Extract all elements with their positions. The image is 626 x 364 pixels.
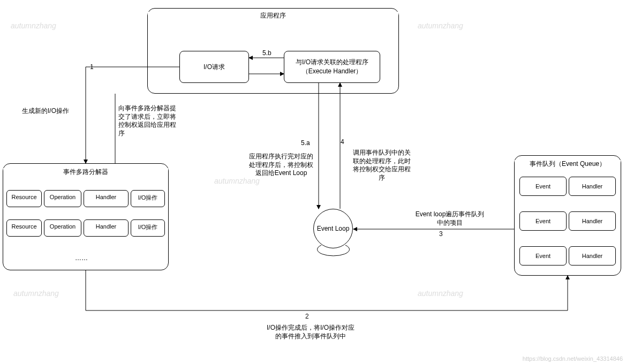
demux-cell: Resource [6,190,42,207]
queue-cell: Event [519,246,567,266]
demux-cell: I/O操作 [131,219,165,237]
queue-cell: Handler [569,246,616,266]
queue-cell: Handler [569,211,616,231]
edge5a-text: 应用程序执行完对应的处理程序后，将控制权返回给Event Loop [249,153,313,178]
watermark: autumnzhang [214,177,260,185]
edge3-text: Event loop遍历事件队列中的项目 [412,210,487,227]
demux-ellipsis: …… [75,254,88,263]
event-queue-title: 事件队列（Event Queue） [515,160,621,169]
edge2-num: 2 [305,313,309,321]
queue-cell: Event [519,211,567,231]
edge1-num: 1 [90,63,94,72]
event-loop-label: Event Loop [317,225,350,232]
edge2-text: I/O操作完成后，将I/O操作对应的事件推入到事件队列中 [265,324,356,340]
event-loop-circle: Event Loop [313,209,353,248]
edge5a-num: 5.a [301,139,310,148]
edge3-num: 3 [439,230,443,239]
execute-handler-label: 与I/O请求关联的处理程序（Execute Handler） [288,58,376,76]
queue-cell: Handler [569,177,616,196]
demux-cell: Resource [6,219,42,237]
edge-submit-text: 向事件多路分解器提交了请求后，立即将控制权返回给应用程序 [118,104,177,138]
queue-cell: Event [519,177,567,196]
demux-cell: Handler [84,219,129,237]
watermark: autumnzhang [13,289,59,298]
watermark: autumnzhang [418,21,463,30]
edge1-text: 生成新的I/O操作 [16,107,75,116]
io-request-box: I/O请求 [179,51,249,83]
application-title: 应用程序 [148,12,398,20]
watermark: autumnzhang [11,21,56,30]
demux-cell: Handler [84,190,129,207]
edge4-text: 调用事件队列中的关联的处理程序，此时将控制权交给应用程序 [351,149,412,182]
demux-title: 事件多路分解器 [3,168,168,177]
footer-url: https://blog.csdn.net/weixin_43314846 [523,355,623,362]
edge4-num: 4 [341,138,344,147]
execute-handler-box: 与I/O请求关联的处理程序（Execute Handler） [284,51,380,83]
demux-cell: Operation [44,190,81,207]
edge5b-num: 5.b [262,49,271,58]
io-request-label: I/O请求 [203,63,225,72]
watermark: autumnzhang [418,289,463,298]
demux-cell: Operation [44,219,81,237]
demux-cell: I/O操作 [131,190,165,207]
